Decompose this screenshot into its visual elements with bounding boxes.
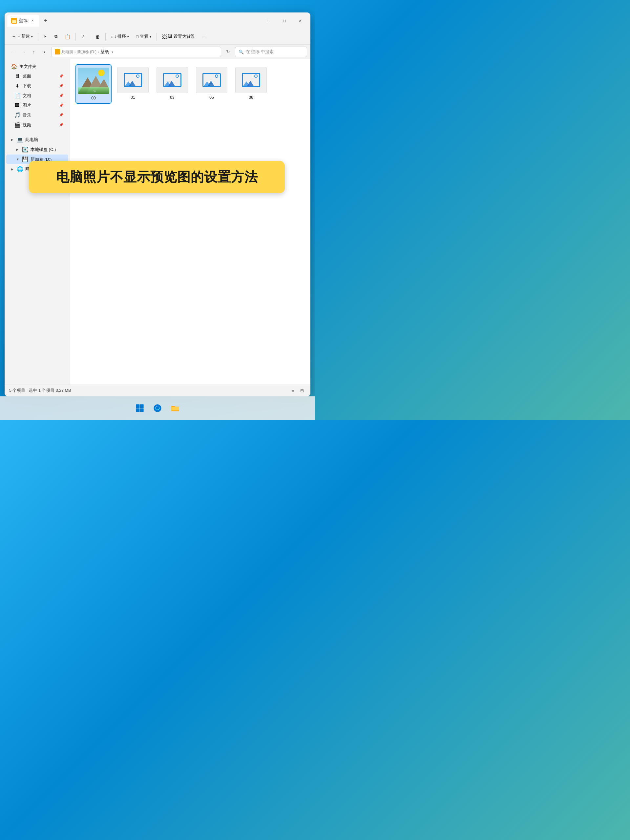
share-icon: ↗	[81, 34, 85, 39]
new-volume-icon: 💾	[22, 156, 28, 163]
search-box[interactable]: 🔍 在 壁纸 中搜索	[235, 47, 307, 57]
tab-title: 壁纸	[19, 18, 28, 24]
downloads-label: 下载	[23, 83, 31, 89]
filename-01: 01	[131, 95, 135, 100]
search-icon: 🔍	[238, 49, 244, 54]
maximize-button[interactable]: □	[277, 16, 292, 26]
pin-desktop-icon: 📌	[59, 74, 64, 79]
search-placeholder: 在 壁纸 中搜索	[246, 49, 274, 55]
placeholder-icon-05	[202, 73, 221, 87]
svg-marker-14	[247, 81, 254, 86]
sort-label: ↕ 排序	[114, 34, 126, 39]
this-pc-label: 此电脑	[25, 137, 38, 143]
file-item-03[interactable]: 03	[154, 64, 190, 104]
tab-area: 壁纸 × +	[7, 15, 261, 27]
desktop-label: 桌面	[23, 73, 31, 79]
back-button[interactable]: ←	[8, 47, 18, 57]
delete-button[interactable]: 🗑	[93, 33, 103, 41]
new-button[interactable]: ＋ + 新建 ▾	[8, 32, 36, 41]
more-button[interactable]: ···	[199, 33, 208, 41]
sort-dropdown-icon: ▾	[127, 35, 129, 38]
set-bg-icon: 🖼	[162, 34, 167, 39]
sidebar: 🏠 主文件夹 🖥 桌面 📌 ⬇ 下载 📌 📄 文档 📌 🖼 图片	[5, 59, 70, 385]
file-item-06[interactable]: 06	[233, 64, 269, 104]
new-icon: ＋	[11, 33, 16, 40]
edge-icon	[153, 404, 162, 413]
file-item-00[interactable]: 00 00	[76, 64, 112, 104]
grid-view-button[interactable]: ⊞	[298, 387, 306, 395]
pictures-icon: 🖼	[14, 103, 20, 108]
home-icon: 🏠	[11, 63, 17, 69]
file-explorer-button[interactable]	[168, 401, 182, 415]
divider-1	[38, 33, 38, 41]
divider-2	[76, 33, 76, 41]
more-icon: ···	[202, 35, 205, 39]
windows-icon	[135, 404, 144, 413]
placeholder-icon-01	[124, 73, 142, 87]
downloads-icon: ⬇	[14, 83, 20, 89]
view-button[interactable]: □ 查看 ▾	[133, 32, 155, 41]
share-button[interactable]: ↗	[78, 33, 88, 41]
address-path-box[interactable]: 此电脑 › 新加卷 (D:) › 壁纸 ▾	[51, 47, 221, 57]
selected-info: 选中 1 个项目 3.27 MB	[28, 388, 71, 393]
path-dropdown-icon: ▾	[112, 50, 113, 54]
recent-locations-button[interactable]: ▾	[39, 47, 49, 57]
folder-icon	[171, 404, 180, 413]
set-bg-button[interactable]: 🖼 🖼 设置为背景	[159, 32, 197, 41]
minimize-button[interactable]: ─	[261, 16, 276, 26]
refresh-button[interactable]: ↻	[223, 47, 233, 57]
svg-marker-8	[129, 81, 136, 86]
filename-00: 00	[91, 96, 95, 100]
file-item-01[interactable]: 01	[115, 64, 151, 104]
sidebar-item-videos[interactable]: 🎬 视频 📌	[6, 120, 68, 129]
thumbnail-01	[117, 67, 148, 93]
local-disk-arrow: ▶	[16, 148, 20, 151]
sort-button[interactable]: ↕ ↕ 排序 ▾	[108, 32, 132, 41]
overlay-text: 电脑照片不显示预览图的设置方法	[56, 168, 258, 186]
status-bar: 5 个项目 选中 1 个项目 3.27 MB ≡ ⊞	[5, 385, 310, 396]
path-pc: 此电脑	[62, 49, 73, 55]
sidebar-item-documents[interactable]: 📄 文档 📌	[6, 91, 68, 100]
tab-close-button[interactable]: ×	[30, 18, 35, 24]
sidebar-home[interactable]: 🏠 主文件夹	[6, 62, 68, 71]
path-folder: 壁纸	[100, 49, 109, 55]
explorer-window: 壁纸 × + ─ □ × ＋ + 新建 ▾ ✂ ⧉ 📋 ↗	[5, 13, 310, 396]
pin-pictures-icon: 📌	[59, 103, 64, 107]
view-dropdown-icon: ▾	[150, 35, 151, 38]
active-tab[interactable]: 壁纸 ×	[7, 15, 39, 27]
file-item-05[interactable]: 05	[194, 64, 230, 104]
new-tab-button[interactable]: +	[41, 16, 51, 25]
sort-icon: ↕	[111, 35, 113, 39]
path-folder-icon	[55, 49, 60, 54]
sidebar-item-desktop[interactable]: 🖥 桌面 📌	[6, 71, 68, 81]
new-volume-arrow: ▼	[16, 158, 20, 161]
up-button[interactable]: ↑	[29, 47, 39, 57]
paste-button[interactable]: 📋	[62, 33, 73, 41]
copy-button[interactable]: ⧉	[52, 33, 60, 41]
sidebar-item-pictures[interactable]: 🖼 图片 📌	[6, 101, 68, 110]
forward-button[interactable]: →	[18, 47, 28, 57]
list-view-button[interactable]: ≡	[289, 387, 297, 395]
sidebar-this-pc[interactable]: ▶ 💻 此电脑	[6, 135, 68, 144]
svg-rect-18	[140, 409, 144, 412]
placeholder-icon-03	[163, 73, 182, 87]
preview-svg-00: 00	[78, 68, 109, 94]
sidebar-item-music[interactable]: 🎵 音乐 📌	[6, 110, 68, 120]
edge-button[interactable]	[150, 401, 165, 415]
close-button[interactable]: ×	[293, 16, 308, 26]
filename-06: 06	[249, 95, 253, 100]
item-count: 5 个项目	[9, 388, 25, 393]
cut-icon: ✂	[44, 34, 47, 39]
svg-text:00: 00	[93, 90, 96, 93]
cut-button[interactable]: ✂	[41, 33, 50, 41]
sidebar-item-downloads[interactable]: ⬇ 下载 📌	[6, 81, 68, 90]
view-toggle: ≡ ⊞	[289, 387, 306, 395]
sidebar-home-label: 主文件夹	[19, 64, 36, 69]
start-button[interactable]	[133, 401, 147, 415]
set-bg-label: 🖼 设置为背景	[168, 34, 194, 39]
pictures-label: 图片	[23, 103, 31, 108]
videos-icon: 🎬	[14, 122, 20, 128]
delete-icon: 🗑	[95, 34, 100, 39]
sidebar-local-disk[interactable]: ▶ 💽 本地磁盘 (C:)	[6, 145, 68, 154]
copy-icon: ⧉	[54, 34, 57, 39]
